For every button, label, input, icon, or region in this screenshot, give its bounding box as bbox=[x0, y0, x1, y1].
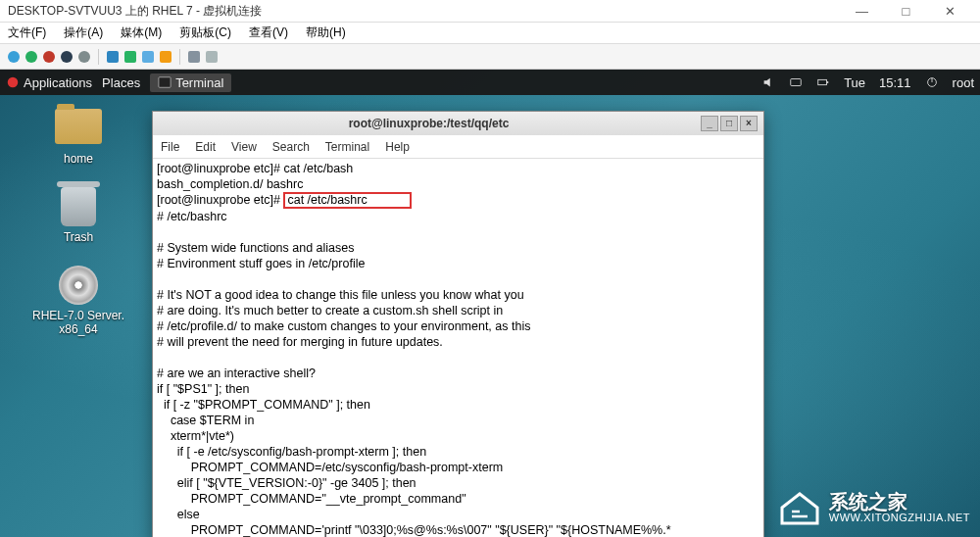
host-maximize-button[interactable]: □ bbox=[884, 4, 928, 19]
watermark: 系统之家 WWW.XITONGZHIJIA.NET bbox=[778, 488, 970, 527]
user-menu[interactable]: root bbox=[953, 75, 974, 90]
svg-rect-4 bbox=[827, 81, 829, 83]
terminal-menu-file[interactable]: File bbox=[161, 140, 179, 154]
toolbar-shutdown-icon[interactable] bbox=[61, 51, 73, 63]
host-menubar: 文件(F) 操作(A) 媒体(M) 剪贴板(C) 查看(V) 帮助(H) bbox=[0, 23, 980, 44]
terminal-line: [root@linuxprobe etc]# bbox=[157, 193, 283, 207]
svg-rect-3 bbox=[818, 79, 827, 84]
network-icon[interactable] bbox=[789, 75, 803, 89]
terminal-menu-search[interactable]: Search bbox=[272, 140, 310, 154]
watermark-logo-icon bbox=[778, 488, 821, 527]
host-menu-view[interactable]: 查看(V) bbox=[249, 24, 288, 41]
host-title: DESKTOP-SVTVUU3 上的 RHEL 7 - 虚拟机连接 bbox=[8, 3, 840, 20]
desktop-trash[interactable]: Trash bbox=[20, 187, 137, 244]
terminal-close-button[interactable]: × bbox=[740, 116, 758, 131]
places-menu[interactable]: Places bbox=[102, 75, 140, 90]
desktop-disc-label2: x86_64 bbox=[20, 322, 137, 336]
vm-viewport: Applications Places Terminal Tue 15:11 r… bbox=[0, 70, 980, 537]
terminal-menu-view[interactable]: View bbox=[231, 140, 257, 154]
toolbar-start-icon[interactable] bbox=[25, 51, 37, 63]
taskbar-terminal-label: Terminal bbox=[175, 75, 223, 90]
toolbar-separator bbox=[98, 49, 99, 65]
desktop-disc-label1: RHEL-7.0 Server. bbox=[20, 309, 137, 322]
terminal-icon bbox=[158, 75, 172, 89]
terminal-window: root@linuxprobe:/test/qq/etc _ □ × File … bbox=[152, 111, 764, 537]
host-menu-clipboard[interactable]: 剪贴板(C) bbox=[179, 24, 231, 41]
activities-icon bbox=[6, 75, 20, 89]
gnome-top-bar: Applications Places Terminal Tue 15:11 r… bbox=[0, 70, 980, 95]
toolbar-save-icon[interactable] bbox=[78, 51, 90, 63]
host-menu-file[interactable]: 文件(F) bbox=[8, 24, 46, 41]
terminal-body[interactable]: [root@linuxprobe etc]# cat /etc/bash bas… bbox=[153, 159, 763, 537]
highlighted-command: cat /etc/bashrc bbox=[283, 192, 412, 209]
host-menu-help[interactable]: 帮助(H) bbox=[306, 24, 346, 41]
desktop-trash-label: Trash bbox=[20, 230, 137, 244]
desktop-home-label: home bbox=[20, 152, 137, 166]
volume-icon[interactable] bbox=[761, 75, 775, 89]
battery-icon[interactable] bbox=[816, 75, 830, 89]
terminal-output: # /etc/bashrc # System wide functions an… bbox=[157, 210, 671, 537]
toolbar-revert-icon[interactable] bbox=[160, 51, 172, 63]
host-minimize-button[interactable]: — bbox=[840, 4, 884, 19]
desktop-home[interactable]: home bbox=[20, 109, 137, 166]
clock-time[interactable]: 15:11 bbox=[879, 75, 911, 90]
terminal-menu-terminal[interactable]: Terminal bbox=[325, 140, 369, 154]
clock-day[interactable]: Tue bbox=[844, 75, 865, 90]
host-menu-media[interactable]: 媒体(M) bbox=[121, 24, 162, 41]
terminal-line: [root@linuxprobe etc]# cat /etc/bash bbox=[157, 162, 353, 175]
applications-label: Applications bbox=[24, 75, 92, 90]
terminal-menu-help[interactable]: Help bbox=[385, 140, 410, 154]
toolbar-turnoff-icon[interactable] bbox=[43, 51, 55, 63]
host-titlebar: DESKTOP-SVTVUU3 上的 RHEL 7 - 虚拟机连接 — □ ✕ bbox=[0, 0, 980, 23]
desktop-icons: home Trash RHEL-7.0 Server. x86_64 bbox=[20, 109, 137, 358]
host-close-button[interactable]: ✕ bbox=[928, 4, 972, 19]
watermark-name: 系统之家 bbox=[829, 492, 970, 512]
disc-icon bbox=[59, 266, 98, 305]
svg-point-0 bbox=[8, 77, 19, 88]
terminal-menubar: File Edit View Search Terminal Help bbox=[153, 135, 763, 159]
terminal-line: bash_completion.d/ bashrc bbox=[157, 177, 303, 191]
host-menu-action[interactable]: 操作(A) bbox=[64, 24, 103, 41]
desktop-disc[interactable]: RHEL-7.0 Server. x86_64 bbox=[20, 266, 137, 336]
applications-menu[interactable]: Applications bbox=[6, 75, 92, 90]
toolbar-checkpoint-icon[interactable] bbox=[142, 51, 154, 63]
svg-rect-2 bbox=[791, 79, 802, 86]
trash-icon bbox=[61, 187, 96, 226]
terminal-menu-edit[interactable]: Edit bbox=[195, 140, 216, 154]
svg-rect-1 bbox=[159, 77, 171, 88]
terminal-maximize-button[interactable]: □ bbox=[720, 116, 738, 131]
toolbar-separator bbox=[179, 49, 180, 65]
toolbar-share-icon[interactable] bbox=[188, 51, 200, 63]
toolbar-enhanced-icon[interactable] bbox=[206, 51, 218, 63]
watermark-url: WWW.XITONGZHIJIA.NET bbox=[829, 512, 970, 523]
terminal-titlebar[interactable]: root@linuxprobe:/test/qq/etc _ □ × bbox=[153, 112, 763, 135]
toolbar-pause-icon[interactable] bbox=[107, 51, 119, 63]
folder-icon bbox=[55, 109, 102, 144]
toolbar-reset-icon[interactable] bbox=[124, 51, 136, 63]
terminal-minimize-button[interactable]: _ bbox=[701, 116, 718, 131]
host-toolbar bbox=[0, 44, 980, 70]
toolbar-ctrl-alt-del-icon[interactable] bbox=[8, 51, 20, 63]
power-icon[interactable] bbox=[925, 75, 939, 89]
terminal-title: root@linuxprobe:/test/qq/etc bbox=[159, 117, 699, 130]
taskbar-terminal[interactable]: Terminal bbox=[150, 73, 231, 92]
